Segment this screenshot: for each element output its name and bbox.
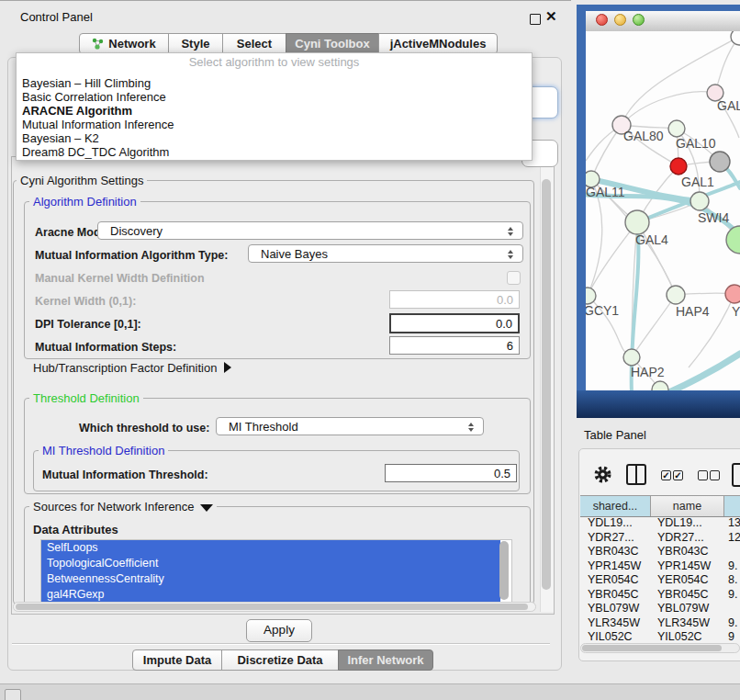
network-canvas[interactable]: GALGAL80GAL10GAL1GAL11SWI4GAL4GCY1HAP4YH… <box>586 31 740 390</box>
table-row[interactable]: YDL19...YDL19...13 <box>580 516 740 531</box>
network-node[interactable] <box>710 152 730 172</box>
tab-network[interactable]: Network <box>79 33 169 54</box>
dpi-tolerance-label: DPI Tolerance [0,1]: <box>35 318 141 331</box>
aracne-mode-combobox[interactable]: Discovery <box>97 221 523 240</box>
checked-checkbox-icon[interactable]: ✓ <box>661 470 671 480</box>
network-node[interactable] <box>726 226 740 254</box>
table-row[interactable]: YDR27...YDR27...12 <box>580 531 740 546</box>
tab-jactivemnodules[interactable]: jActiveMNodules <box>378 33 498 54</box>
dropdown-item[interactable]: Dream8 DC_TDC Algorithm <box>22 145 169 159</box>
hub-definition-toggle[interactable]: Hub/Transcription Factor Definition <box>33 361 231 375</box>
table-cell: 9. <box>724 588 740 603</box>
columns-icon[interactable] <box>626 464 646 485</box>
close-icon[interactable]: ✕ <box>545 8 557 25</box>
expand-arrow-icon <box>224 362 231 373</box>
network-node[interactable] <box>670 158 687 175</box>
tab-impute-data[interactable]: Impute Data <box>132 649 222 671</box>
network-node[interactable] <box>725 285 740 303</box>
table-body: YDL19...YDL19...13YDR27...YDR27...12YBR0… <box>580 516 740 645</box>
mi-steps-label: Mutual Information Steps: <box>35 341 176 354</box>
table-cell: YDR27... <box>651 531 724 546</box>
control-panel-title: Control Panel <box>20 10 93 24</box>
apply-button[interactable]: Apply <box>246 619 312 642</box>
data-attributes-label: Data Attributes <box>33 523 118 536</box>
minimize-traffic-light-icon[interactable] <box>614 14 626 26</box>
panel-icon[interactable] <box>732 463 740 487</box>
vertical-scrollbar-thumb[interactable] <box>542 179 551 590</box>
corner-widget[interactable] <box>5 689 21 700</box>
list-scrollbar-thumb[interactable] <box>499 541 509 600</box>
collapse-arrow-icon <box>200 504 213 512</box>
manual-kernel-checkbox[interactable] <box>507 271 521 285</box>
dropdown-item[interactable]: Bayesian – K2 <box>22 131 99 145</box>
mi-threshold-field[interactable]: 0.5 <box>385 464 517 482</box>
list-item[interactable]: gal4RGexp <box>41 587 500 603</box>
table-cell: 13 <box>724 516 740 531</box>
network-node[interactable] <box>731 31 740 45</box>
unchecked-checkbox-icon[interactable] <box>698 470 708 480</box>
network-node[interactable] <box>668 120 685 137</box>
mi-type-combobox[interactable]: Naive Bayes <box>248 244 523 263</box>
list-item[interactable]: BetweennessCentrality <box>41 571 500 587</box>
table-cell: 9. <box>724 559 740 574</box>
table-row[interactable]: YLR345WYLR345W9. <box>580 616 740 631</box>
column-header[interactable]: name <box>651 496 724 516</box>
mi-steps-field[interactable]: 6 <box>389 336 520 355</box>
table-row[interactable]: YER054CYER054C8. <box>580 573 740 588</box>
group-legend: Threshold Definition <box>29 391 143 405</box>
tab-select[interactable]: Select <box>222 33 286 54</box>
table-cell: YBR045C <box>651 588 724 603</box>
zoom-traffic-light-icon[interactable] <box>633 14 645 26</box>
list-item[interactable]: SelfLoops <box>41 540 500 556</box>
list-item[interactable]: TopologicalCoefficient <box>41 556 500 571</box>
table-horizontal-scrollbar-thumb[interactable] <box>582 645 722 651</box>
node-label: GCY1 <box>586 303 619 318</box>
node-label: GAL80 <box>623 129 664 143</box>
sources-legend: Sources for Network Inference <box>33 500 195 514</box>
column-header[interactable]: shared... <box>580 496 651 516</box>
kernel-width-field[interactable]: 0.0 <box>389 290 520 309</box>
dropdown-item[interactable]: Basic Correlation Inference <box>22 90 166 104</box>
table-cell: YBR043C <box>651 545 724 559</box>
mi-threshold-label: Mutual Information Threshold: <box>42 469 208 481</box>
dpi-tolerance-field[interactable]: 0.0 <box>389 313 520 333</box>
tab-cyni-toolbox[interactable]: Cyni Toolbox <box>286 33 379 54</box>
network-node[interactable] <box>623 349 640 366</box>
which-threshold-combobox[interactable]: MI Threshold <box>216 417 484 435</box>
sources-toggle[interactable]: Sources for Network Inference <box>29 500 217 514</box>
network-window-titlebar[interactable] <box>586 11 740 32</box>
network-window-frame-bottom <box>577 390 740 418</box>
combo-value: MI Threshold <box>229 420 298 434</box>
checked-checkbox-icon[interactable]: ✓ <box>673 470 683 480</box>
table-row[interactable]: YBL079WYBL079W <box>580 602 740 616</box>
manual-kernel-label: Manual Kernel Width Definition <box>35 272 205 285</box>
table-cell <box>724 545 740 559</box>
network-node[interactable] <box>625 210 649 234</box>
tab-infer-network[interactable]: Infer Network <box>338 649 433 671</box>
table-row[interactable]: YBR043CYBR043C <box>580 545 740 559</box>
group-legend: Algorithm Definition <box>29 195 140 209</box>
dropdown-item-selected[interactable]: ARACNE Algorithm <box>22 104 132 118</box>
table-cell <box>724 602 740 616</box>
unchecked-checkbox-icon[interactable] <box>710 470 720 480</box>
dropdown-item[interactable]: Bayesian – Hill Climbing <box>22 76 151 90</box>
table-row[interactable]: YBR045CYBR045C9. <box>580 588 740 603</box>
float-window-icon[interactable] <box>530 14 541 25</box>
node-label: HAP2 <box>631 365 665 379</box>
close-traffic-light-icon[interactable] <box>596 14 608 26</box>
bottom-tabs: Impute Data Discretize Data Infer Networ… <box>132 649 433 671</box>
table-cell: YBR043C <box>580 545 651 559</box>
network-node[interactable] <box>586 288 596 304</box>
data-attributes-list[interactable]: SelfLoops TopologicalCoefficient Between… <box>40 539 512 604</box>
column-header[interactable] <box>724 496 740 516</box>
horizontal-scrollbar-thumb[interactable] <box>16 604 528 610</box>
tab-style[interactable]: Style <box>168 33 223 54</box>
network-node[interactable] <box>690 192 709 210</box>
gear-icon[interactable] <box>593 465 612 484</box>
dropdown-item[interactable]: Mutual Information Inference <box>22 118 174 131</box>
tab-discretize-data[interactable]: Discretize Data <box>221 649 339 671</box>
network-node[interactable] <box>667 286 685 304</box>
table-header: shared... name <box>580 495 740 517</box>
combo-value: Naive Bayes <box>261 247 328 261</box>
table-row[interactable]: YPR145WYPR145W9. <box>580 559 740 574</box>
